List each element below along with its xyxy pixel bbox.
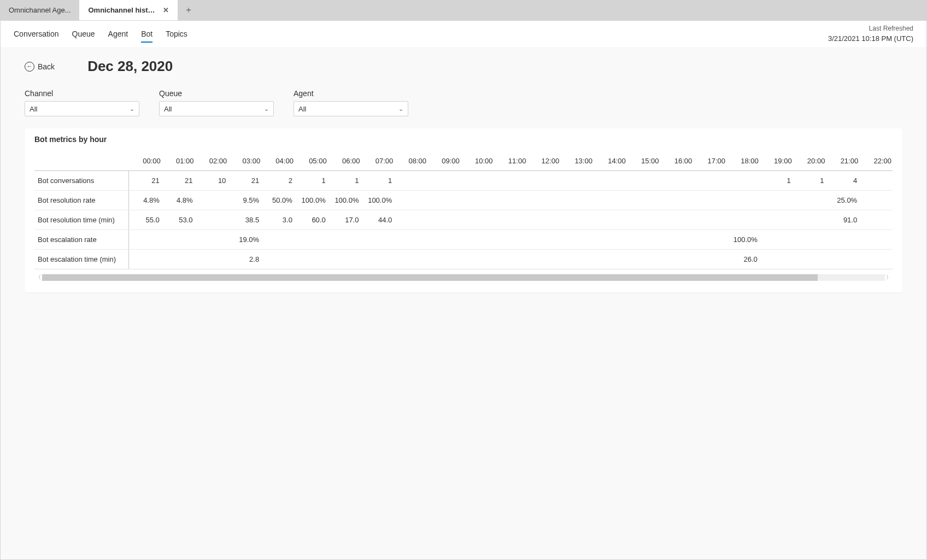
table-cell	[826, 250, 859, 269]
filter-channel: ChannelAll⌄	[25, 89, 139, 116]
table-cell: 21	[128, 171, 162, 191]
column-header: 20:00	[793, 154, 826, 171]
table-cell	[693, 250, 726, 269]
table-cell: 1	[793, 171, 826, 191]
table-cell: 25.0%	[826, 191, 859, 210]
tab-omnichannel-historical[interactable]: Omnichannel historical an... ✕	[79, 0, 178, 20]
filter-select[interactable]: All⌄	[294, 101, 408, 116]
scroll-left-icon[interactable]: 〈	[34, 274, 42, 281]
table-cell	[560, 171, 594, 191]
close-icon[interactable]: ✕	[163, 6, 169, 14]
table-cell	[295, 250, 328, 269]
table-cell: 4	[826, 171, 859, 191]
table-cell	[328, 230, 361, 250]
filter-select[interactable]: All⌄	[25, 101, 139, 116]
nav-tab-queue[interactable]: Queue	[72, 22, 95, 46]
table-cell	[793, 191, 826, 210]
horizontal-scroll-thumb[interactable]	[42, 274, 818, 281]
table-cell	[195, 230, 228, 250]
body-area: ← Back Dec 28, 2020 ChannelAll⌄QueueAll⌄…	[1, 47, 926, 559]
filter-row: ChannelAll⌄QueueAll⌄AgentAll⌄	[25, 89, 902, 116]
back-arrow-icon: ←	[25, 62, 34, 72]
column-header: 08:00	[394, 154, 427, 171]
matrix-wrap: 00:0001:0002:0003:0004:0005:0006:0007:00…	[34, 154, 893, 269]
scroll-right-icon[interactable]: 〉	[885, 274, 893, 281]
table-cell	[461, 171, 494, 191]
table-cell	[195, 191, 228, 210]
table-cell	[560, 210, 594, 230]
row-header: Bot escalation rate	[34, 230, 128, 250]
back-button[interactable]: ← Back	[25, 62, 55, 72]
filter-select[interactable]: All⌄	[159, 101, 274, 116]
table-cell	[594, 191, 627, 210]
nav-tab-bot[interactable]: Bot	[141, 22, 152, 46]
table-cell	[693, 171, 726, 191]
refresh-timestamp: 3/21/2021 10:18 PM (UTC)	[828, 33, 913, 44]
table-cell: 26.0	[726, 250, 760, 269]
table-cell	[427, 230, 461, 250]
table-cell	[726, 191, 760, 210]
metrics-card: Bot metrics by hour 00:0001:0002:0003:00…	[25, 128, 902, 292]
nav-tab-topics[interactable]: Topics	[166, 22, 187, 46]
table-cell: 53.0	[162, 210, 195, 230]
table-cell	[760, 230, 793, 250]
table-cell: 1	[361, 171, 394, 191]
table-cell	[128, 230, 162, 250]
table-cell	[726, 210, 760, 230]
horizontal-scroll-track[interactable]	[42, 274, 885, 281]
table-cell	[594, 250, 627, 269]
table-cell	[726, 171, 760, 191]
table-cell	[627, 210, 660, 230]
tab-omnichannel-agent[interactable]: Omnichannel Age...	[0, 0, 79, 20]
table-cell: 4.8%	[162, 191, 195, 210]
filter-label: Queue	[159, 89, 274, 98]
table-cell: 100.0%	[328, 191, 361, 210]
table-cell	[793, 210, 826, 230]
row-header: Bot conversations	[34, 171, 128, 191]
horizontal-scrollbar[interactable]: 〈 〉	[34, 274, 893, 281]
nav-tab-conversation[interactable]: Conversation	[14, 22, 59, 46]
table-cell: 9.5%	[228, 191, 261, 210]
table-cell	[760, 250, 793, 269]
table-cell	[594, 171, 627, 191]
table-cell	[560, 250, 594, 269]
row-header: Bot resolution time (min)	[34, 210, 128, 230]
table-row: Bot escalation rate19.0%100.0%	[34, 230, 893, 250]
tab-bar: Omnichannel Age... Omnichannel historica…	[0, 0, 927, 21]
table-cell: 2	[261, 171, 295, 191]
column-header: 16:00	[660, 154, 694, 171]
add-tab-button[interactable]: ＋	[178, 0, 200, 20]
chevron-down-icon: ⌄	[264, 105, 269, 113]
table-cell	[560, 191, 594, 210]
table-cell	[394, 210, 427, 230]
table-cell	[627, 250, 660, 269]
card-title: Bot metrics by hour	[34, 135, 893, 144]
table-cell	[627, 230, 660, 250]
table-cell	[394, 230, 427, 250]
table-cell	[461, 230, 494, 250]
table-cell: 38.5	[228, 210, 261, 230]
column-header: 12:00	[527, 154, 560, 171]
refresh-label: Last Refreshed	[828, 23, 913, 33]
filter-value: All	[298, 105, 306, 113]
table-cell	[859, 191, 893, 210]
table-cell: 4.8%	[128, 191, 162, 210]
table-cell	[494, 210, 527, 230]
table-cell: 44.0	[361, 210, 394, 230]
nav-tab-agent[interactable]: Agent	[108, 22, 128, 46]
table-cell: 10	[195, 171, 228, 191]
column-header: 06:00	[328, 154, 361, 171]
table-cell	[594, 210, 627, 230]
table-cell: 100.0%	[361, 191, 394, 210]
filter-label: Channel	[25, 89, 139, 98]
table-cell	[826, 230, 859, 250]
column-header: 13:00	[560, 154, 594, 171]
table-cell: 3.0	[261, 210, 295, 230]
table-cell	[394, 171, 427, 191]
table-cell	[494, 191, 527, 210]
row-header-spacer	[34, 154, 128, 171]
table-row: Bot escalation time (min)2.826.0	[34, 250, 893, 269]
table-cell	[427, 171, 461, 191]
table-cell	[660, 210, 694, 230]
column-header: 07:00	[361, 154, 394, 171]
